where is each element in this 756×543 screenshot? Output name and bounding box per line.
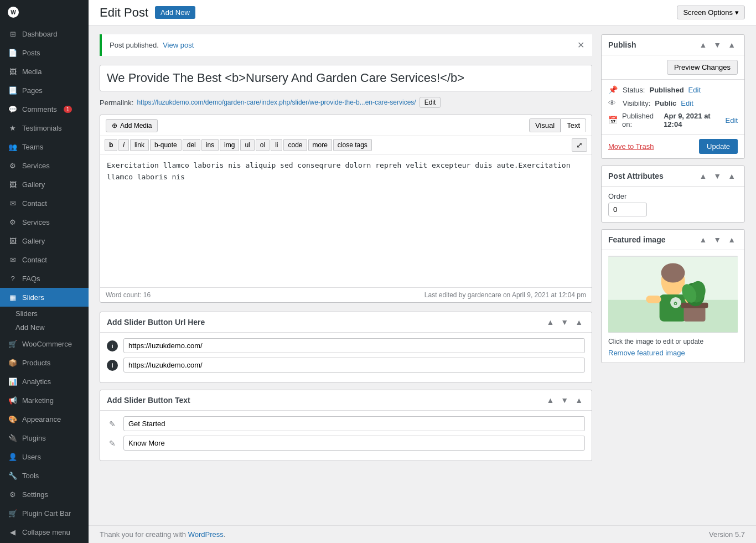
metabox-controls-2: ▲ ▼ ▲ [544, 395, 585, 406]
tab-visual[interactable]: Visual [529, 118, 561, 132]
status-edit-link[interactable]: Edit [688, 86, 701, 94]
url-input-1[interactable] [123, 338, 585, 353]
attr-down[interactable]: ▼ [711, 170, 723, 182]
metabox-toggle[interactable]: ▲ [573, 317, 585, 328]
fullscreen-button[interactable]: ⤢ [572, 138, 587, 152]
attr-up[interactable]: ▲ [697, 170, 709, 182]
featured-image-thumbnail[interactable]: ✿ [608, 256, 738, 333]
metabox-text-down[interactable]: ▼ [558, 395, 571, 406]
sidebar-item-woocommerce[interactable]: 🛒 WooCommerce [0, 334, 89, 353]
feat-toggle[interactable]: ▲ [726, 234, 738, 245]
text-input-2[interactable] [123, 436, 585, 451]
publish-down[interactable]: ▼ [711, 39, 723, 50]
visibility-edit-link[interactable]: Edit [681, 99, 693, 107]
sidebar-item-services2[interactable]: ⚙ Services [0, 213, 89, 231]
fmt-more[interactable]: more [308, 139, 332, 151]
screen-options-button[interactable]: Screen Options ▾ [677, 6, 745, 19]
add-media-button[interactable]: ⊕ Add Media [106, 119, 158, 132]
update-button[interactable]: Update [699, 139, 738, 154]
submenu-label: Add New [15, 323, 45, 332]
sidebar-item-contact[interactable]: ✉ Contact [0, 194, 89, 213]
faqs-icon: ? [8, 273, 18, 283]
editor-body[interactable]: Exercitation llamco laboris nis aliquip … [100, 154, 592, 287]
tab-text[interactable]: Text [561, 118, 586, 132]
sidebar-item-comments[interactable]: 💬 Comments 1 [0, 100, 89, 118]
comments-badge: 1 [64, 106, 73, 113]
sidebar-item-gallery1[interactable]: 🖼 Gallery [0, 175, 89, 194]
sidebar-item-analytics[interactable]: 📊 Analytics [0, 372, 89, 391]
view-post-link[interactable]: View post [163, 41, 194, 49]
post-attributes-title: Post Attributes [608, 172, 664, 180]
publish-header: Publish ▲ ▼ ▲ [602, 35, 744, 55]
fmt-del[interactable]: del [183, 139, 200, 151]
fmt-ul[interactable]: ul [240, 139, 254, 151]
attr-toggle[interactable]: ▲ [726, 170, 738, 182]
sidebar-item-users[interactable]: 👤 Users [0, 447, 89, 466]
sidebar-item-gallery2[interactable]: 🖼 Gallery [0, 231, 89, 250]
publish-up[interactable]: ▲ [697, 39, 709, 50]
sidebar-item-contact2[interactable]: ✉ Contact [0, 250, 89, 269]
sidebar-item-testimonials[interactable]: ★ Testimonials [0, 118, 89, 137]
featured-image-header: Featured image ▲ ▼ ▲ [602, 230, 744, 250]
fmt-img[interactable]: img [220, 139, 239, 151]
submenu-sliders[interactable]: Sliders [8, 307, 89, 320]
post-title-input[interactable] [100, 65, 592, 91]
publish-toggle[interactable]: ▲ [726, 39, 738, 50]
fmt-bold[interactable]: b [105, 139, 117, 151]
remove-featured-image-link[interactable]: Remove featured image [608, 349, 685, 357]
visibility-label: Visibility: [623, 99, 650, 107]
sidebar-item-marketing[interactable]: 📢 Marketing [0, 391, 89, 410]
submenu-add-new[interactable]: Add New [8, 320, 89, 334]
metabox-collapse-up[interactable]: ▲ [544, 317, 556, 328]
fmt-bquote[interactable]: b-quote [150, 139, 182, 151]
fmt-ins[interactable]: ins [201, 139, 219, 151]
add-new-button[interactable]: Add New [155, 6, 195, 19]
notice-close-button[interactable]: ✕ [577, 40, 584, 50]
sidebar-item-products[interactable]: 📦 Products [0, 353, 89, 372]
sidebar-item-pages[interactable]: 📃 Pages [0, 81, 89, 100]
preview-changes-button[interactable]: Preview Changes [667, 60, 738, 75]
url-input-2[interactable] [123, 358, 585, 373]
edit-permalink-button[interactable]: Edit [420, 97, 441, 108]
footer-text: Thank you for creating with WordPress. [100, 530, 225, 539]
sidebar-item-services1[interactable]: ⚙ Services [0, 156, 89, 175]
visibility-value: Public [655, 99, 676, 107]
products-icon: 📦 [8, 358, 18, 368]
permalink-url[interactable]: https://luzukdemo.com/demo/garden-care/i… [137, 99, 416, 106]
feat-down[interactable]: ▼ [711, 234, 723, 245]
sidebar-item-appearance[interactable]: 🎨 Appearance [0, 410, 89, 428]
editor-buttons-row: b i link b-quote del ins img ul ol li co… [100, 136, 592, 154]
fmt-close-tags[interactable]: close tags [333, 139, 372, 151]
sidebar-item-tools[interactable]: 🔧 Tools [0, 466, 89, 485]
metabox-text-toggle[interactable]: ▲ [573, 395, 585, 406]
text-input-1[interactable] [123, 416, 585, 431]
move-to-trash-button[interactable]: Move to Trash [608, 142, 654, 151]
fmt-italic[interactable]: i [118, 139, 129, 151]
sidebar-item-media[interactable]: 🖼 Media [0, 62, 89, 81]
wordpress-link[interactable]: WordPress [188, 530, 224, 539]
sidebar-item-plugin-cart[interactable]: 🛒 Plugin Cart Bar [0, 504, 89, 523]
sidebar-item-faqs[interactable]: ? FAQs [0, 269, 89, 288]
analytics-icon: 📊 [8, 376, 18, 386]
sidebar-item-dashboard[interactable]: ⊞ Dashboard [0, 24, 89, 43]
fmt-link[interactable]: link [130, 139, 149, 151]
sidebar-item-settings[interactable]: ⚙ Settings [0, 485, 89, 504]
sidebar-item-label: Analytics [22, 377, 51, 386]
sidebar-item-plugins[interactable]: 🔌 Plugins [0, 428, 89, 447]
fmt-li[interactable]: li [271, 139, 282, 151]
published-edit-link[interactable]: Edit [726, 116, 738, 125]
sidebar-item-label: Dashboard [22, 30, 58, 38]
sidebar-item-label: Testimonials [22, 124, 62, 132]
active-indicator [86, 288, 89, 307]
sidebar-item-posts[interactable]: 📄 Posts [0, 43, 89, 62]
fmt-ol[interactable]: ol [256, 139, 270, 151]
sidebar-item-teams[interactable]: 👥 Teams [0, 137, 89, 156]
metabox-text-up[interactable]: ▲ [544, 395, 556, 406]
sidebar-item-sliders[interactable]: ▦ Sliders [0, 288, 89, 307]
sidebar-item-collapse[interactable]: ◀ Collapse menu [0, 523, 89, 541]
order-input[interactable] [608, 203, 647, 216]
metabox-collapse-down[interactable]: ▼ [558, 317, 571, 328]
fmt-code[interactable]: code [283, 139, 307, 151]
url-row-1: i [107, 338, 585, 353]
feat-up[interactable]: ▲ [697, 234, 709, 245]
